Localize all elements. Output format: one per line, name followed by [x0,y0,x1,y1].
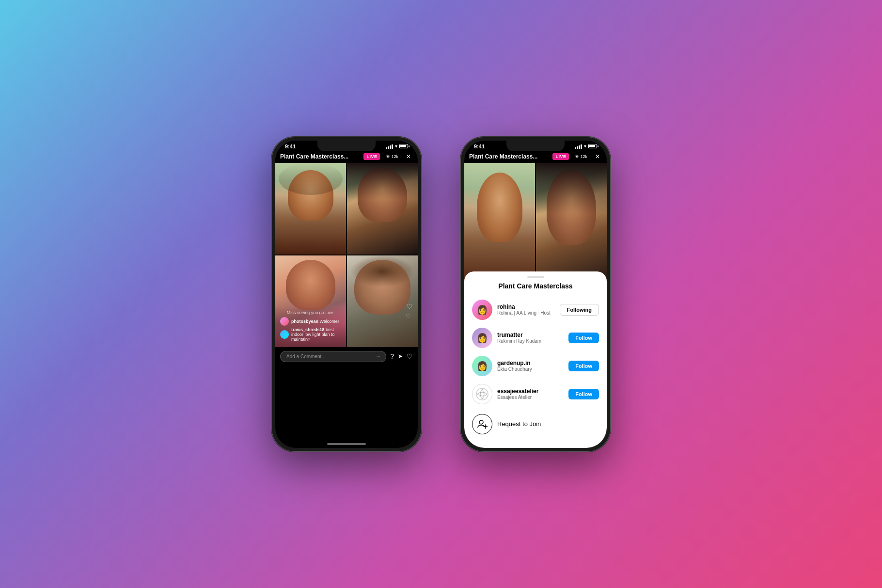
video-cell-3: Miss seeing you go Live. photosbyean Wel… [275,255,346,347]
time-2: 9:41 [474,143,485,149]
live-badge-1: LIVE [363,153,380,160]
battery-icon-2 [588,144,597,148]
svg-point-1 [479,420,483,424]
request-join-icon [472,414,492,434]
wifi-icon-1: ▾ [395,143,397,149]
chat-avatar-1 [280,317,289,326]
avatar-rohina: 👩 [472,300,492,320]
follow-btn-gardenup[interactable]: Follow [568,361,599,371]
eye-icon-1: 👁 [386,154,390,159]
essajees-logo-icon [475,387,489,401]
phone-2-screen: 9:41 ▾ Plant Care Masterclass... LIVE 👁 [464,141,607,448]
chat-text-2: travis_shreds18 best indoor low light pl… [291,327,341,342]
sub-trumatter: Rukmini Ray Kadam [497,338,564,344]
chat-msg-1: photosbyean Welcome! [280,317,341,326]
video-cell-4: ♡ ♡ [347,255,418,347]
sub-rohina: Rohina | AA Living · Host [497,310,555,316]
phone-1: 9:41 ▾ Plant Care Masterclass... LIVE 👁 [271,137,422,452]
signal-icon-1 [386,144,393,149]
participant-trumatter: 👩 trumatter Rukmini Ray Kadam Follow [464,324,607,352]
comment-bar: Add a Comment... ··· ? ➤ ♡ [275,347,418,366]
panel-title: Plant Care Masterclass [464,282,607,290]
question-icon[interactable]: ? [390,352,394,360]
participant-rohina: 👩 rohina Rohina | AA Living · Host Follo… [464,296,607,324]
view-num-2: 12k [580,154,587,159]
status-icons-1: ▾ [386,143,408,149]
live-header-2: Plant Care Masterclass... LIVE 👁 12k ✕ [464,150,607,163]
panel-sheet: Plant Care Masterclass 👩 rohina Rohina |… [464,271,607,448]
battery-icon-1 [399,144,408,148]
notch-1 [317,141,376,151]
svg-point-0 [476,388,488,400]
live-title-1: Plant Care Masterclass... [280,153,361,160]
add-person-icon [477,419,488,429]
heart-icon-2: ♡ [406,313,411,319]
live-badge-2: LIVE [552,153,569,160]
name-rohina: rohina [497,303,555,310]
chat-overlay: Miss seeing you go Live. photosbyean Wel… [275,306,346,347]
avatar-trumatter: 👩 [472,328,492,348]
status-icons-2: ▾ [575,143,597,149]
follow-btn-essajees[interactable]: Follow [568,389,599,399]
request-to-join[interactable]: Request to Join [464,410,607,438]
wifi-icon-2: ▾ [584,143,586,149]
follow-btn-trumatter[interactable]: Follow [568,333,599,343]
send-icon[interactable]: ➤ [398,353,403,360]
name-essajees: essajeesatelier [497,388,564,395]
viewer-count-2: 👁 12k [572,153,590,160]
request-text: Request to Join [497,420,541,428]
heart-action-icon[interactable]: ♡ [407,352,413,360]
name-gardenup: gardenup.in [497,360,564,366]
viewer-count-1: 👁 12k [383,153,401,160]
phone-1-screen: 9:41 ▾ Plant Care Masterclass... LIVE 👁 [275,141,418,448]
live-header-1: Plant Care Masterclass... LIVE 👁 12k ✕ [275,150,418,163]
sub-essajees: Essajees Atelier [497,395,564,400]
view-num-1: 12k [391,154,398,159]
home-indicator-1 [327,443,366,445]
time-1: 9:41 [285,143,296,149]
notch-2 [506,141,565,151]
participant-essajees: essajeesatelier Essajees Atelier Follow [464,380,607,408]
video-grid-2 [464,163,607,289]
close-btn-1[interactable]: ✕ [404,152,413,161]
video-cell-2-2 [536,163,607,289]
info-essajees: essajeesatelier Essajees Atelier [497,388,564,400]
panel-handle [527,276,544,278]
avatar-essajees [472,384,492,404]
video-grid-1: Miss seeing you go Live. photosbyean Wel… [275,163,418,347]
info-rohina: rohina Rohina | AA Living · Host [497,303,555,316]
comment-input[interactable]: Add a Comment... ··· [280,351,386,362]
video-cell-2-1 [464,163,535,289]
chat-msg-2: travis_shreds18 best indoor low light pl… [280,327,341,342]
info-gardenup: gardenup.in Ekta Chaudhary [497,360,564,372]
phone-2: 9:41 ▾ Plant Care Masterclass... LIVE 👁 [460,137,611,452]
heart-icon-1: ♡ [407,302,413,310]
follow-btn-rohina[interactable]: Following [560,304,599,316]
signal-icon-2 [575,144,582,149]
video-cell-1 [275,163,346,254]
close-btn-2[interactable]: ✕ [593,152,602,161]
avatar-gardenup: 👩 [472,356,492,376]
video-cell-2 [347,163,418,254]
miss-text: Miss seeing you go Live. [280,310,341,315]
sub-gardenup: Ekta Chaudhary [497,366,564,372]
chat-text-1: photosbyean Welcome! [291,319,339,324]
info-trumatter: trumatter Rukmini Ray Kadam [497,332,564,344]
participant-gardenup: 👩 gardenup.in Ekta Chaudhary Follow [464,352,607,380]
chat-avatar-2 [280,330,289,339]
eye-icon-2: 👁 [575,154,579,159]
live-title-2: Plant Care Masterclass... [469,153,550,160]
name-trumatter: trumatter [497,332,564,338]
